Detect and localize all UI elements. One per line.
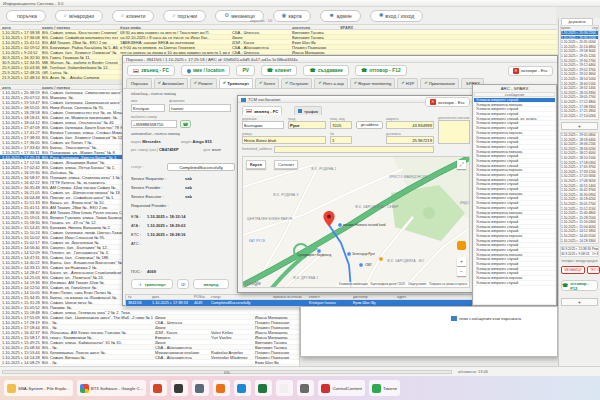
pos-value: 4069 [147,269,156,274]
order-tab[interactable]: ✔Рент-а-кар [314,78,347,88]
add-case-button[interactable]: + [561,122,598,130]
taskbar-item[interactable]: Тикети [369,380,400,396]
client-call-button[interactable]: ☎клиент [261,65,298,76]
etc-value: 1.10.2025 г. 18:28:16 [147,232,185,237]
order-tab[interactable]: ✔Приключване [420,78,459,88]
car-plate: СВ4745КР [159,147,179,152]
info-icon: ⓘ [181,282,185,287]
toolbar-button-label: м/народни [69,13,94,19]
taskbar-item[interactable] [255,380,272,396]
pv-button[interactable]: PV [236,65,254,76]
order-tab[interactable]: ✔Транспорт [219,78,253,88]
first-name-field[interactable]: Kristiyan [131,104,165,112]
taskbar-item[interactable]: ControlContent [318,380,365,396]
toolbar-button[interactable]: ☻админ [320,10,361,22]
city-field[interactable]: Русе [288,121,326,129]
latitude-field[interactable]: 43.834999 [386,121,434,129]
taskbar-item[interactable] [276,380,293,396]
app-icon [80,384,89,393]
col-date[interactable]: дата [0,85,40,89]
street-field[interactable]: Hristo Botev blvd. [242,136,326,144]
order-tab[interactable]: ✔Repair monitoring [350,78,396,88]
close-dialog-button[interactable]: ✕затвори - Esc [508,66,553,76]
get-address-button[interactable]: get address [356,121,383,129]
order-tab[interactable]: ✔Ремонт [190,78,217,88]
col-info[interactable]: бърз инфо [118,25,230,29]
taskbar-item[interactable] [150,380,167,396]
taskbar-item[interactable]: BT3 Software - Google C... [77,380,147,396]
next-button[interactable]: напред [193,279,229,289]
zip-field[interactable]: 7015 [330,121,352,129]
answer-f12-button[interactable]: ☎отговор - F12 [561,280,598,291]
order-tab[interactable]: ✔Автомобил [154,78,188,88]
toolbar-button-icon: ⚙ [224,13,229,19]
taskbar-item[interactable] [213,380,230,396]
toolbar-button[interactable]: ⌕м/народни [55,10,103,22]
ring-fc-button[interactable]: звънец - FC [127,65,175,76]
zoom-out-button[interactable]: − [457,267,466,276]
order-tab[interactable]: ✔Пътуване [281,78,312,88]
toolbar-button[interactable]: ◉карта [273,10,311,22]
order-tab[interactable]: ✔НЗР [397,78,418,88]
col-date[interactable]: дата [0,25,40,29]
map-type-map-button[interactable]: Карта [246,160,266,169]
car-make: Mercedes [142,139,160,144]
formatted-address-field[interactable] [274,146,434,153]
create-call-button[interactable]: ☎създаване [303,65,349,76]
toolbar-button[interactable]: ⌕клиенти [112,10,154,22]
tel-client-button[interactable]: ТЕЛ. КЛИЕНТ [587,266,600,274]
tab-traffic[interactable]: трафик [294,106,322,115]
add-button[interactable]: + [561,298,598,306]
info-button[interactable]: ⓘ [177,279,189,289]
name-location-button[interactable]: име / location [181,65,231,76]
taskbar-item[interactable] [192,380,209,396]
list-item[interactable]: Успешно изпратен случай [474,281,555,286]
toolbar-button[interactable]: поръчка [6,10,46,22]
taskbar-item[interactable] [171,380,188,396]
close-location-button[interactable]: ✕затвори - Esc [425,97,470,107]
order-tab[interactable]: ✔Хотел [255,78,279,88]
message-icon [451,316,457,321]
description-field[interactable] [438,120,470,144]
tab-cases[interactable]: държавни [561,18,593,25]
longitude-field[interactable]: 25.967219 [386,136,434,144]
col-sparx[interactable]: SPARX [338,25,362,29]
table-row[interactable]: 1.10.2025 г. 14:08:29 BG, , №. Ерик Шон … [0,360,299,365]
last-name-field[interactable]: Ivanov [169,104,231,112]
taskbar-item[interactable] [297,380,314,396]
list-item[interactable]: 1.10.2025 г. 14:28:3364 [561,239,598,244]
map[interactable]: Ж.К. РОДИНА 2 Ж.К. РОДИНА 3 ХРИСТО МАКЕД… [242,156,470,288]
list-item[interactable]: 1.10.2025 г. 17:10:0264 [561,114,598,119]
tab-ring-fc[interactable]: звънец - FC [242,106,282,115]
phone-field[interactable]: +359886558710 [131,120,177,128]
street-number-field[interactable]: 1 [330,136,352,144]
app-screen: Информационна Система - 3.0 поръчка⌕м/на… [0,0,600,400]
order-tab[interactable]: Поръчка [126,78,152,88]
transport-button[interactable]: ＋транспорт [131,279,173,289]
taskbar-item[interactable] [234,380,251,396]
list-item[interactable]: 30.9.2025 г. 9:08:53От М. [561,252,598,257]
car-color: жълт [212,147,221,152]
map-type-satellite-button[interactable]: Сателит [274,160,298,169]
fullscreen-button[interactable]: ⤢ [457,160,466,169]
cases-side-panel: държавни времеслучай 1.10.2025 г. 20:36:… [558,18,600,370]
traffic-icon [298,109,302,113]
new-message-checkbox[interactable]: ново съобщение към поръчката [451,316,521,321]
order-dialog-title[interactable]: Поръчка - 38415/6 / 1.10.2025 г. 17:25:1… [123,56,557,63]
toolbar-button[interactable]: ⌕поръчки [163,10,206,22]
check-icon: ✔ [223,81,227,85]
taskbar-item[interactable]: SBA-System - File Explo... [4,380,73,396]
toolbar-button-icon: ✱ [379,13,384,19]
toolbar-button-label: клиенти [126,13,145,19]
toolbar-button[interactable]: ✱вход / изход [370,10,424,22]
col-type[interactable] [230,25,290,29]
mechanics-button[interactable]: МЕХАНИЦИ [561,266,585,274]
dial-phone-button[interactable]: ☎ [180,120,191,128]
col-dispatcher[interactable]: диспечер [290,25,338,29]
zoom-in-button[interactable]: + [457,257,466,266]
answer-f12-button[interactable]: ☎отговор - F12 [355,65,407,76]
col-address[interactable]: адрес / превоз [40,25,118,29]
status-value-button[interactable]: CompletedSuccessfully [167,163,235,171]
country-select[interactable]: България [242,121,284,129]
pegman-icon[interactable] [457,241,466,250]
